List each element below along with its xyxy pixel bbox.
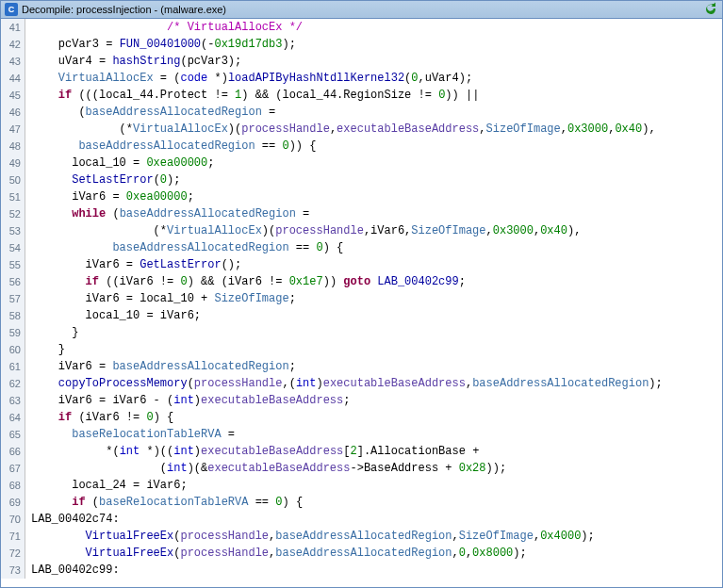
code-area[interactable]: 41 /* VirtualAllocEx */42 pcVar3 = FUN_0… <box>0 19 723 588</box>
code-line[interactable]: 67 (int)(&executableBaseAddress->BaseAdd… <box>1 460 722 477</box>
line-number: 58 <box>1 307 25 324</box>
line-number: 60 <box>1 341 25 358</box>
code-line[interactable]: 56 if ((iVar6 != 0) && (iVar6 != 0x1e7))… <box>1 273 722 290</box>
code-text[interactable]: LAB_00402c74: <box>25 511 722 528</box>
code-line[interactable]: 55 iVar6 = GetLastError(); <box>1 256 722 273</box>
line-number: 42 <box>1 36 25 53</box>
refresh-icon[interactable] <box>703 2 718 17</box>
code-text[interactable]: *(int *)((int)executableBaseAddress[2].A… <box>25 443 722 460</box>
line-number: 41 <box>1 19 25 36</box>
code-line[interactable]: 51 iVar6 = 0xea00000; <box>1 188 722 205</box>
code-line[interactable]: 49 local_10 = 0xea00000; <box>1 155 722 172</box>
code-text[interactable]: (int)(&executableBaseAddress->BaseAddres… <box>25 460 722 477</box>
code-line[interactable]: 41 /* VirtualAllocEx */ <box>1 19 722 36</box>
code-line[interactable]: 53 (*VirtualAllocEx)(processHandle,iVar6… <box>1 222 722 239</box>
code-line[interactable]: 65 baseRelocationTableRVA = <box>1 426 722 443</box>
code-line[interactable]: 61 iVar6 = baseAddressAllocatedRegion; <box>1 358 722 375</box>
code-text[interactable]: pcVar3 = FUN_00401000(-0x19d17db3); <box>25 36 722 53</box>
line-number: 61 <box>1 358 25 375</box>
code-line[interactable]: 69 if (baseRelocationTableRVA == 0) { <box>1 494 722 511</box>
line-number: 46 <box>1 104 25 121</box>
code-text[interactable]: iVar6 = iVar6 - (int)executableBaseAddre… <box>25 392 722 409</box>
code-text[interactable]: baseAddressAllocatedRegion == 0)) { <box>25 138 722 155</box>
code-line[interactable]: 70LAB_00402c74: <box>1 511 722 528</box>
line-number: 54 <box>1 239 25 256</box>
code-text[interactable]: baseRelocationTableRVA = <box>25 426 722 443</box>
code-text[interactable]: local_24 = iVar6; <box>25 477 722 494</box>
code-line[interactable]: 66 *(int *)((int)executableBaseAddress[2… <box>1 443 722 460</box>
code-line[interactable]: 52 while (baseAddressAllocatedRegion = <box>1 205 722 222</box>
line-number: 45 <box>1 87 25 104</box>
line-number: 72 <box>1 545 25 562</box>
code-text[interactable]: local_10 = 0xea00000; <box>25 155 722 172</box>
line-number: 55 <box>1 256 25 273</box>
line-number: 71 <box>1 528 25 545</box>
code-text[interactable]: local_10 = iVar6; <box>25 307 722 324</box>
code-line[interactable]: 60 } <box>1 341 722 358</box>
code-text[interactable]: } <box>25 324 722 341</box>
code-line[interactable]: 54 baseAddressAllocatedRegion == 0) { <box>1 239 722 256</box>
code-text[interactable]: iVar6 = local_10 + SizeOfImage; <box>25 290 722 307</box>
line-number: 66 <box>1 443 25 460</box>
line-number: 63 <box>1 392 25 409</box>
title-bar[interactable]: C Decompile: processInjection - (malware… <box>0 0 723 19</box>
code-text[interactable]: while (baseAddressAllocatedRegion = <box>25 205 722 222</box>
window-title: Decompile: processInjection - (malware.e… <box>22 4 703 15</box>
code-line[interactable]: 48 baseAddressAllocatedRegion == 0)) { <box>1 138 722 155</box>
code-text[interactable]: if (iVar6 != 0) { <box>25 409 722 426</box>
code-text[interactable]: if ((iVar6 != 0) && (iVar6 != 0x1e7)) go… <box>25 273 722 290</box>
code-text[interactable]: if (baseRelocationTableRVA == 0) { <box>25 494 722 511</box>
line-number: 73 <box>1 562 25 579</box>
code-text[interactable]: baseAddressAllocatedRegion == 0) { <box>25 239 722 256</box>
code-line[interactable]: 62 copyToProcessMemory(processHandle,(in… <box>1 375 722 392</box>
line-number: 68 <box>1 477 25 494</box>
app-icon: C <box>5 3 18 16</box>
code-text[interactable]: iVar6 = baseAddressAllocatedRegion; <box>25 358 722 375</box>
line-number: 52 <box>1 205 25 222</box>
code-line[interactable]: 63 iVar6 = iVar6 - (int)executableBaseAd… <box>1 392 722 409</box>
line-number: 65 <box>1 426 25 443</box>
code-line[interactable]: 50 SetLastError(0); <box>1 172 722 188</box>
code-line[interactable]: 43 uVar4 = hashString(pcVar3); <box>1 53 722 70</box>
code-text[interactable]: if (((local_44.Protect != 1) && (local_4… <box>25 87 722 104</box>
line-number: 53 <box>1 222 25 239</box>
code-line[interactable]: 73LAB_00402c99: <box>1 562 722 579</box>
code-text[interactable]: (baseAddressAllocatedRegion = <box>25 104 722 121</box>
code-text[interactable]: (*VirtualAllocEx)(processHandle,executab… <box>25 121 722 138</box>
code-line[interactable]: 58 local_10 = iVar6; <box>1 307 722 324</box>
code-text[interactable]: iVar6 = GetLastError(); <box>25 256 722 273</box>
code-text[interactable]: VirtualFreeEx(processHandle,baseAddressA… <box>25 545 722 562</box>
code-text[interactable]: LAB_00402c99: <box>25 562 722 579</box>
line-number: 59 <box>1 324 25 341</box>
line-number: 47 <box>1 121 25 138</box>
code-line[interactable]: 44 VirtualAllocEx = (code *)loadAPIByHas… <box>1 70 722 87</box>
code-line[interactable]: 71 VirtualFreeEx(processHandle,baseAddre… <box>1 528 722 545</box>
line-number: 51 <box>1 188 25 205</box>
code-line[interactable]: 42 pcVar3 = FUN_00401000(-0x19d17db3); <box>1 36 722 53</box>
code-line[interactable]: 57 iVar6 = local_10 + SizeOfImage; <box>1 290 722 307</box>
code-text[interactable]: copyToProcessMemory(processHandle,(int)e… <box>25 375 722 392</box>
code-text[interactable]: /* VirtualAllocEx */ <box>25 19 722 36</box>
code-line[interactable]: 64 if (iVar6 != 0) { <box>1 409 722 426</box>
code-line[interactable]: 68 local_24 = iVar6; <box>1 477 722 494</box>
line-number: 57 <box>1 290 25 307</box>
line-number: 62 <box>1 375 25 392</box>
line-number: 50 <box>1 172 25 188</box>
line-number: 48 <box>1 138 25 155</box>
code-line[interactable]: 59 } <box>1 324 722 341</box>
code-text[interactable]: (*VirtualAllocEx)(processHandle,iVar6,Si… <box>25 222 722 239</box>
line-number: 44 <box>1 70 25 87</box>
code-text[interactable]: VirtualAllocEx = (code *)loadAPIByHashNt… <box>25 70 722 87</box>
code-text[interactable]: } <box>25 341 722 358</box>
code-line[interactable]: 47 (*VirtualAllocEx)(processHandle,execu… <box>1 121 722 138</box>
code-line[interactable]: 72 VirtualFreeEx(processHandle,baseAddre… <box>1 545 722 562</box>
code-text[interactable]: SetLastError(0); <box>25 172 722 188</box>
line-number: 70 <box>1 511 25 528</box>
code-text[interactable]: iVar6 = 0xea00000; <box>25 188 722 205</box>
code-line[interactable]: 45 if (((local_44.Protect != 1) && (loca… <box>1 87 722 104</box>
code-line[interactable]: 46 (baseAddressAllocatedRegion = <box>1 104 722 121</box>
line-number: 67 <box>1 460 25 477</box>
line-number: 56 <box>1 273 25 290</box>
code-text[interactable]: uVar4 = hashString(pcVar3); <box>25 53 722 70</box>
code-text[interactable]: VirtualFreeEx(processHandle,baseAddressA… <box>25 528 722 545</box>
